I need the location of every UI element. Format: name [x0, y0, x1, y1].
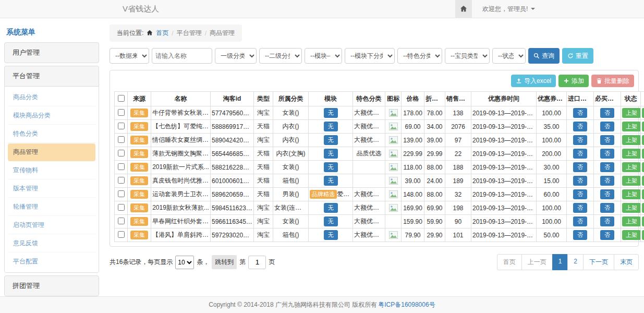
row-checkbox[interactable] — [118, 136, 125, 143]
import-toggle-badge[interactable]: 否 — [573, 108, 587, 118]
import-excel-button[interactable]: 导入excel — [511, 75, 556, 87]
sidebar-item-商品管理[interactable]: 商品管理 — [8, 143, 95, 161]
sidebar-item-特色分类[interactable]: 特色分类 — [8, 125, 95, 143]
search-icon — [533, 53, 540, 59]
add-button[interactable]: 添加 — [558, 75, 589, 87]
must-buy-toggle-badge[interactable]: 否 — [600, 108, 614, 118]
pager-button-2[interactable]: 2 — [567, 254, 584, 270]
cell-must_buy: 否 — [594, 147, 621, 161]
import-toggle-badge[interactable]: 否 — [573, 135, 587, 145]
status-badge[interactable]: 上架 — [622, 122, 641, 131]
status-badge[interactable]: 上架 — [622, 176, 641, 186]
cell-module: 无 — [309, 228, 353, 242]
reset-button[interactable]: 重置 — [562, 48, 593, 64]
row-checkbox[interactable] — [118, 190, 125, 197]
select-all-checkbox[interactable] — [118, 95, 125, 102]
breadcrumb-home-link[interactable]: 首页 — [156, 29, 168, 38]
sidebar-item-商品分类[interactable]: 商品分类 — [8, 89, 95, 106]
icp-link[interactable]: 粤ICP备16098006号 — [378, 300, 435, 309]
edit-button[interactable] — [642, 108, 644, 118]
edit-button[interactable] — [642, 216, 644, 226]
cell-import_select: 否 — [567, 106, 594, 120]
status-select[interactable]: --状态-- — [492, 48, 526, 64]
sidebar-item-模块商品分类[interactable]: 模块商品分类 — [8, 107, 95, 125]
row-checkbox[interactable] — [118, 204, 125, 211]
module-subcategory-select[interactable]: --模块下分类-- — [345, 48, 395, 64]
must-buy-toggle-badge[interactable]: 否 — [600, 149, 614, 159]
feature-category-select[interactable]: --特色分类-- — [397, 48, 442, 64]
row-checkbox[interactable] — [118, 150, 125, 156]
sidebar-item-轮播管理[interactable]: 轮播管理 — [8, 198, 95, 216]
row-checkbox[interactable] — [118, 163, 125, 170]
edit-button[interactable] — [642, 189, 644, 199]
sidebar-item-平台配置[interactable]: 平台配置 — [8, 253, 95, 270]
must-buy-toggle-badge[interactable]: 否 — [600, 135, 614, 145]
must-buy-toggle-badge[interactable]: 否 — [600, 189, 614, 199]
column-header-type: 类型 — [254, 92, 273, 106]
row-checkbox[interactable] — [118, 231, 125, 238]
row-checkbox[interactable] — [118, 177, 125, 184]
must-buy-toggle-badge[interactable]: 否 — [600, 203, 614, 213]
must-buy-toggle-badge[interactable]: 否 — [600, 162, 614, 172]
level1-category-select[interactable]: 一级分类 — [215, 48, 257, 64]
import-toggle-badge[interactable]: 否 — [573, 230, 587, 240]
row-checkbox[interactable] — [118, 109, 125, 116]
status-badge[interactable]: 上架 — [622, 230, 641, 240]
status-badge[interactable]: 上架 — [622, 135, 641, 145]
sidebar-item-版本管理[interactable]: 版本管理 — [8, 180, 95, 198]
batch-delete-button[interactable]: 批量删除 — [591, 75, 634, 87]
row-checkbox[interactable] — [118, 123, 125, 129]
must-buy-toggle-badge[interactable]: 否 — [600, 216, 614, 226]
row-checkbox[interactable] — [118, 218, 125, 224]
edit-button[interactable] — [642, 135, 644, 145]
edit-button[interactable] — [642, 203, 644, 213]
per-page-select[interactable]: 10 — [175, 256, 194, 269]
product-thumbnail-image — [389, 136, 398, 144]
item-type-select[interactable]: --宝贝类型-- — [445, 48, 490, 64]
edit-button[interactable] — [642, 162, 644, 172]
cell-checkbox — [115, 188, 128, 201]
must-buy-toggle-badge[interactable]: 否 — [600, 176, 614, 186]
pager-button-末页[interactable]: 末页 — [614, 254, 639, 270]
status-badge[interactable]: 上架 — [622, 216, 641, 226]
status-badge[interactable]: 上架 — [622, 162, 641, 172]
name-input[interactable] — [152, 48, 212, 64]
edit-button[interactable] — [642, 176, 644, 186]
import-toggle-badge[interactable]: 否 — [573, 162, 587, 172]
user-menu[interactable]: 欢迎您，管理员! — [472, 0, 644, 18]
module-select[interactable]: --模块-- — [305, 48, 342, 64]
edit-button[interactable] — [642, 149, 644, 159]
import-toggle-badge[interactable]: 否 — [573, 203, 587, 213]
sidebar-group-label[interactable]: 平台管理 — [5, 66, 99, 86]
status-badge[interactable]: 上架 — [622, 203, 641, 213]
import-toggle-badge[interactable]: 否 — [573, 122, 587, 131]
cell-name: 2019新款女秋薄款... — [151, 201, 211, 215]
jump-page-input[interactable] — [248, 256, 266, 269]
home-button[interactable] — [455, 0, 472, 18]
status-badge[interactable]: 上架 — [622, 189, 641, 199]
level2-category-select[interactable]: --二级分类-- — [259, 48, 302, 64]
search-button[interactable]: 查询 — [528, 48, 560, 64]
pager-button-首页[interactable]: 首页 — [497, 254, 522, 270]
data-source-select[interactable]: --数据来源-- — [110, 48, 149, 64]
sidebar-group-label[interactable]: 用户管理 — [5, 43, 99, 63]
sidebar-item-宣传物料[interactable]: 宣传物料 — [8, 162, 95, 179]
import-toggle-badge[interactable]: 否 — [573, 176, 587, 186]
import-toggle-badge[interactable]: 否 — [573, 216, 587, 226]
must-buy-toggle-badge[interactable]: 否 — [600, 230, 614, 240]
import-toggle-badge[interactable]: 否 — [573, 149, 587, 159]
pager-button-上一页[interactable]: 上一页 — [521, 254, 553, 270]
edit-button[interactable] — [642, 122, 644, 131]
pager-button-1[interactable]: 1 — [552, 254, 568, 270]
sidebar-item-启动页管理[interactable]: 启动页管理 — [8, 216, 95, 234]
sidebar-item-意见反馈[interactable]: 意见反馈 — [8, 235, 95, 252]
status-badge[interactable]: 上架 — [622, 108, 641, 118]
edit-button[interactable] — [642, 230, 644, 240]
table-row: 采集真皮钱包时尚优雅女士...601000601341天猫箱包()无39.002… — [115, 174, 644, 188]
must-buy-toggle-badge[interactable]: 否 — [600, 122, 614, 131]
pager-button-下一页[interactable]: 下一页 — [583, 254, 614, 270]
sidebar-group-label[interactable]: 拼团管理 — [5, 276, 99, 296]
cell-actions — [641, 188, 644, 201]
status-badge[interactable]: 上架 — [622, 149, 641, 159]
import-toggle-badge[interactable]: 否 — [573, 189, 587, 199]
